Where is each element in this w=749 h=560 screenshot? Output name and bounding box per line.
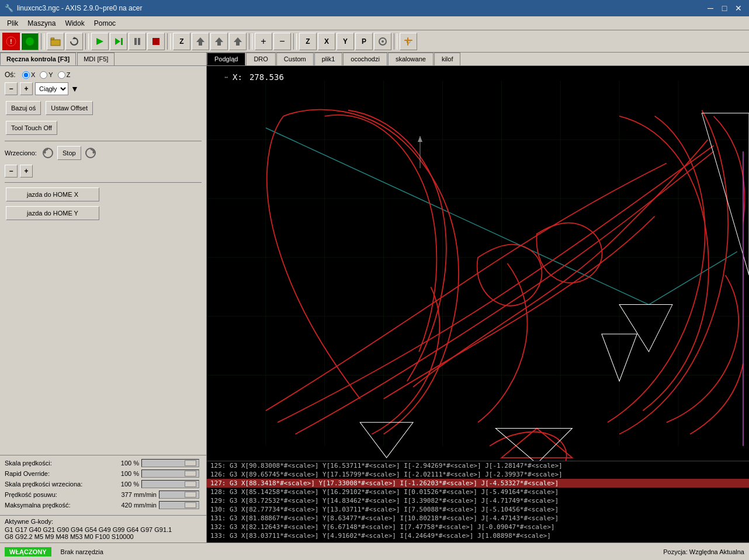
spindle-plus-button[interactable]: + (20, 165, 33, 178)
pause-button[interactable] (129, 33, 146, 50)
statusbar: WŁĄCZONY Brak narzędzia Pozycja: Względn… (0, 542, 749, 560)
menu-widok[interactable]: Widok (60, 18, 89, 29)
skala-wrzeciona-slider[interactable] (141, 480, 199, 488)
tab-manual-control[interactable]: Ręczna kontrola [F3] (0, 53, 76, 65)
touch-y2-button[interactable]: Y (337, 33, 354, 50)
close-button[interactable]: ✕ (733, 2, 744, 14)
svg-rect-26 (207, 81, 749, 446)
tab-ocochodzi[interactable]: ocochodzi (343, 53, 387, 65)
tool-table-button[interactable] (400, 33, 417, 50)
skala-wrzeciona-value: 100 % (104, 481, 139, 488)
rapid-override-label: Rapid Override: (5, 470, 104, 477)
home-y-button[interactable] (229, 33, 247, 50)
titlebar-controls[interactable]: ─ □ ✕ (705, 2, 744, 14)
menu-plik[interactable]: Plik (2, 18, 23, 29)
maks-predkosc-value: 420 mm/min (104, 502, 157, 509)
tab-dro[interactable]: DRO (246, 53, 275, 65)
spindle-minus-button[interactable]: − (5, 165, 18, 178)
bazuj-os-button[interactable]: Bazuj oś (6, 101, 41, 115)
jog-mode-select[interactable]: Ciągły Krok (35, 82, 68, 95)
titlebar-title: linuxcnc3.ngc - AXIS 2.9.0~pre0 na acer (17, 4, 142, 12)
predkosc-posuwu-slider[interactable] (159, 491, 199, 499)
tab-plik1[interactable]: plik1 (314, 53, 343, 65)
axis-x-radio[interactable]: X (22, 71, 35, 79)
toolbar: ! Z + − Z X Y P (0, 30, 749, 53)
tabs-right: Podgląd DRO Custom plik1 ocochodzi skalo… (207, 53, 749, 66)
predkosc-posuwu-row: Prędkość posuwu: 377 mm/min (5, 491, 202, 499)
toolbar-sep-4 (249, 33, 252, 50)
skala-predkosci-row: Skala prędkości: 100 % (5, 459, 202, 467)
jazda-home-x-button[interactable]: jazda do HOME X (6, 187, 99, 201)
code-line: 125: G3 X[90.83008*#<scale>] Y[16.53711*… (207, 461, 749, 470)
zoom-in-button[interactable]: + (255, 33, 272, 50)
toolpath-viewer[interactable] (207, 66, 749, 461)
jog-dropdown-arrow[interactable]: ▼ (71, 84, 79, 93)
viewer[interactable]: ↔ X: 278.536 ↕ Y: 47.123 ⊕ Z: -2.000 (207, 66, 749, 461)
step-button[interactable] (110, 33, 127, 50)
jazda-home-y-button[interactable]: jazda do HOME Y (6, 206, 99, 220)
stop-button[interactable] (147, 33, 165, 50)
run-indicator[interactable] (21, 33, 39, 50)
maximize-button[interactable]: □ (719, 2, 730, 14)
minimize-button[interactable]: ─ (705, 2, 716, 14)
open-file-button[interactable] (47, 33, 64, 50)
reload-button[interactable] (65, 33, 83, 50)
menu-maszyna[interactable]: Maszyna (23, 18, 60, 29)
menu-pomoc[interactable]: Pomoc (89, 18, 120, 29)
tab-custom[interactable]: Custom (276, 53, 314, 65)
svg-marker-13 (215, 37, 223, 46)
tab-mdi[interactable]: MDI [F5] (77, 53, 115, 65)
run-from-start-button[interactable] (91, 33, 109, 50)
svg-marker-14 (234, 37, 242, 46)
home-buttons: jazda do HOME X jazda do HOME Y (5, 186, 202, 221)
jog-minus-button[interactable]: − (5, 82, 18, 95)
tool-touch-off-row: Tool Touch Off (5, 120, 202, 136)
separator-2 (5, 182, 202, 183)
home-all-button[interactable] (192, 33, 209, 50)
tab-kilof[interactable]: kilof (434, 53, 461, 65)
axis-z-radio[interactable]: Z (58, 71, 71, 79)
touch-p-button[interactable]: P (355, 33, 373, 50)
jog-plus-button[interactable]: + (20, 82, 33, 95)
gcodes-label: Aktywne G-kody: (5, 518, 202, 525)
spindle-speed-controls: − + (5, 165, 202, 178)
estop-button[interactable]: ! (2, 33, 20, 50)
code-panel[interactable]: 125: G3 X[90.83008*#<scale>] Y[16.53711*… (207, 461, 749, 542)
offset-buttons: Bazuj oś Ustaw Offset (5, 100, 202, 116)
skala-predkosci-slider[interactable] (141, 459, 199, 467)
spindle-cw-icon[interactable] (85, 147, 96, 159)
touch-x2-button[interactable]: X (318, 33, 335, 50)
touch-z-button[interactable]: Z (173, 33, 190, 50)
code-line: 131: G3 X[81.88867*#<scale>] Y[8.63477*#… (207, 514, 749, 523)
titlebar-left: 🔧 linuxcnc3.ngc - AXIS 2.9.0~pre0 na ace… (5, 4, 142, 12)
svg-rect-9 (134, 38, 137, 45)
gcodes-line1: G1 G17 G40 G21 G90 G94 G54 G49 G99 G64 G… (5, 526, 202, 533)
axis-radio-group: X Y Z (22, 71, 70, 79)
zoom-out-button[interactable]: − (273, 33, 291, 50)
ustaw-offset-button[interactable]: Ustaw Offset (46, 101, 93, 115)
stop-spindle-button[interactable]: Stop (57, 146, 81, 160)
code-line: 130: G3 X[82.77734*#<scale>] Y[13.03711*… (207, 505, 749, 514)
coord-arrows (414, 136, 426, 171)
svg-marker-6 (96, 38, 103, 45)
menubar: Plik Maszyna Widok Pomoc (0, 16, 749, 30)
home-x-button[interactable] (210, 33, 228, 50)
code-line: 132: G3 X[82.12643*#<scale>] Y[6.67148*#… (207, 523, 749, 531)
spindle-label: Wrzeciono: (5, 149, 40, 156)
touch-z3-button[interactable]: Z (299, 33, 317, 50)
axis-label: Oś: (5, 71, 22, 79)
toolbar-sep-5 (293, 33, 297, 50)
axis-y-radio[interactable]: Y (40, 71, 53, 79)
tab-podglad[interactable]: Podgląd (207, 53, 245, 65)
tabs-left: Ręczna kontrola [F3] MDI [F5] (0, 53, 206, 66)
tab-skalowane[interactable]: skalowane (388, 53, 434, 65)
maks-predkosc-slider[interactable] (159, 501, 199, 509)
spindle-ccw-icon[interactable] (42, 147, 54, 159)
toolbar-sep-3 (167, 33, 171, 50)
jog-controls: − + Ciągły Krok ▼ (5, 82, 202, 95)
touch-s-button[interactable] (374, 33, 391, 50)
predkosc-posuwu-label: Prędkość posuwu: (5, 491, 104, 498)
svg-rect-3 (51, 40, 60, 46)
tool-touch-off-button[interactable]: Tool Touch Off (6, 121, 57, 135)
rapid-override-slider[interactable] (141, 469, 199, 478)
